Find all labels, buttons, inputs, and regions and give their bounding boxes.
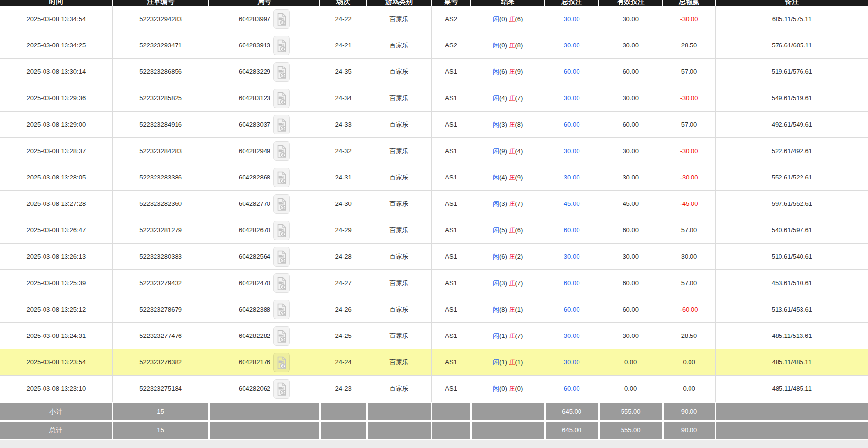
- win-loss-cell: 57.00: [663, 217, 715, 244]
- total-bet-link[interactable]: 30.00: [564, 42, 580, 49]
- round-no-cell: 604282176: [209, 349, 320, 376]
- total-bet-link[interactable]: 30.00: [564, 147, 580, 155]
- video-replay-icon: [276, 382, 287, 397]
- bet-no-cell: 522323280383: [112, 244, 209, 270]
- table-no-cell: AS1: [431, 85, 471, 112]
- total-bet-link[interactable]: 45.00: [564, 200, 580, 207]
- total-bet-link[interactable]: 60.00: [564, 121, 580, 128]
- total-bet-link[interactable]: 60.00: [564, 226, 580, 234]
- result-cell: 闲(0) 庄(0): [471, 376, 545, 403]
- table-row[interactable]: 2025-03-08 13:29:36 522323285825 6042831…: [0, 85, 868, 112]
- video-replay-button[interactable]: [273, 115, 290, 134]
- remark-cell: 485.11/485.11: [715, 376, 868, 403]
- total-bet-link[interactable]: 60.00: [564, 385, 580, 392]
- table-row[interactable]: 2025-03-08 13:34:54 522323294283 6042839…: [0, 6, 868, 32]
- table-no-cell: AS1: [431, 59, 471, 85]
- table-row[interactable]: 2025-03-08 13:26:13 522323280383 6042825…: [0, 244, 868, 270]
- table-row[interactable]: 2025-03-08 13:30:14 522323286856 6042832…: [0, 59, 868, 85]
- banker-label: 庄: [509, 385, 515, 392]
- video-replay-button[interactable]: [273, 221, 290, 240]
- total-bet-cell: 30.00: [545, 32, 599, 59]
- col-header-game-type: 游戏类别: [367, 0, 431, 6]
- bet-records-table: 时间 注单编号 局号 场次 游戏类别 桌号 结果 总投注 有效投注 总输赢 备注…: [0, 0, 868, 440]
- total-bet-link[interactable]: 30.00: [564, 332, 580, 339]
- subtotal-count: 15: [112, 403, 209, 421]
- video-replay-button[interactable]: [273, 247, 290, 267]
- table-row[interactable]: 2025-03-08 13:25:12 522323278679 6042823…: [0, 296, 868, 323]
- player-count: (4): [499, 94, 507, 102]
- remark-cell: 597.61/552.61: [715, 191, 868, 217]
- round-no-cell: 604283913: [209, 32, 320, 59]
- total-bet-link[interactable]: 60.00: [564, 68, 580, 75]
- video-replay-button[interactable]: [273, 141, 290, 161]
- player-label: 闲: [493, 68, 499, 75]
- win-loss-cell: -30.00: [663, 6, 715, 32]
- time-cell: 2025-03-08 13:28:37: [0, 138, 112, 164]
- round-no-value: 604283229: [239, 68, 270, 75]
- player-label: 闲: [493, 226, 499, 234]
- game-type-cell: 百家乐: [367, 244, 431, 270]
- total-bet-link[interactable]: 30.00: [564, 253, 580, 260]
- table-header: 时间 注单编号 局号 场次 游戏类别 桌号 结果 总投注 有效投注 总输赢 备注: [0, 0, 868, 6]
- total-bet-link[interactable]: 30.00: [564, 15, 580, 22]
- video-replay-icon: [276, 197, 287, 212]
- video-replay-button[interactable]: [273, 273, 290, 293]
- round-no-value: 604283997: [239, 15, 270, 22]
- bet-no-cell: 522323278679: [112, 296, 209, 323]
- remark-cell: 522.61/492.61: [715, 138, 868, 164]
- total-bet-link[interactable]: 30.00: [564, 358, 580, 366]
- total-bet-link[interactable]: 60.00: [564, 279, 580, 287]
- bet-no-cell: 522323275184: [112, 376, 209, 403]
- video-replay-button[interactable]: [273, 62, 290, 82]
- time-cell: 2025-03-08 13:29:00: [0, 112, 112, 138]
- table-row[interactable]: 2025-03-08 13:23:10 522323275184 6042820…: [0, 376, 868, 403]
- video-replay-button[interactable]: [273, 168, 290, 187]
- video-replay-button[interactable]: [273, 353, 290, 372]
- table-row[interactable]: 2025-03-08 13:29:00 522323284916 6042830…: [0, 112, 868, 138]
- player-label: 闲: [493, 385, 499, 392]
- win-loss-value: 57.00: [681, 121, 697, 128]
- total-bet-link[interactable]: 30.00: [564, 174, 580, 181]
- table-no-cell: AS1: [431, 138, 471, 164]
- video-replay-icon: [276, 250, 287, 265]
- player-label: 闲: [493, 147, 499, 155]
- table-row[interactable]: 2025-03-08 13:25:39 522323279432 6042824…: [0, 270, 868, 296]
- total-bet-link[interactable]: 60.00: [564, 306, 580, 313]
- table-row[interactable]: 2025-03-08 13:34:25 522323293471 6042839…: [0, 32, 868, 59]
- video-replay-button[interactable]: [273, 194, 290, 214]
- table-row[interactable]: 2025-03-08 13:24:31 522323277476 6042822…: [0, 323, 868, 349]
- result-cell: 闲(0) 庄(8): [471, 32, 545, 59]
- video-replay-button[interactable]: [273, 89, 290, 108]
- total-bet-cell: 60.00: [545, 296, 599, 323]
- session-cell: 24-31: [320, 164, 367, 191]
- round-no-value: 604282176: [239, 358, 270, 366]
- table-no-cell: AS1: [431, 244, 471, 270]
- round-no-cell: 604282770: [209, 191, 320, 217]
- table-no-cell: AS1: [431, 217, 471, 244]
- table-row[interactable]: 2025-03-08 13:26:47 522323281279 6042826…: [0, 217, 868, 244]
- video-replay-button[interactable]: [273, 300, 290, 319]
- valid-bet-cell: 30.00: [599, 85, 663, 112]
- result-cell: 闲(1) 庄(1): [471, 349, 545, 376]
- total-bet-link[interactable]: 30.00: [564, 94, 580, 102]
- video-replay-icon: [276, 91, 287, 106]
- table-row[interactable]: 2025-03-08 13:28:37 522323284283 6042829…: [0, 138, 868, 164]
- table-row[interactable]: 2025-03-08 13:27:28 522323282360 6042827…: [0, 191, 868, 217]
- player-count: (3): [499, 200, 507, 207]
- col-header-win-loss: 总输赢: [663, 0, 715, 6]
- table-row[interactable]: 2025-03-08 13:28:05 522323283386 6042828…: [0, 164, 868, 191]
- remark-cell: 540.61/597.61: [715, 217, 868, 244]
- video-replay-button[interactable]: [273, 36, 290, 55]
- remark-cell: 552.61/522.61: [715, 164, 868, 191]
- result-cell: 闲(4) 庄(7): [471, 85, 545, 112]
- bet-no-cell: 522323281279: [112, 217, 209, 244]
- round-no-cell: 604282670: [209, 217, 320, 244]
- video-replay-button[interactable]: [273, 326, 290, 346]
- round-no-value: 604282770: [239, 200, 270, 207]
- col-header-result: 结果: [471, 0, 545, 6]
- video-replay-button[interactable]: [273, 379, 290, 399]
- table-row[interactable]: 2025-03-08 13:23:54 522323276382 6042821…: [0, 349, 868, 376]
- banker-label: 庄: [509, 94, 515, 102]
- video-replay-button[interactable]: [273, 9, 290, 29]
- banker-count: (7): [515, 279, 523, 287]
